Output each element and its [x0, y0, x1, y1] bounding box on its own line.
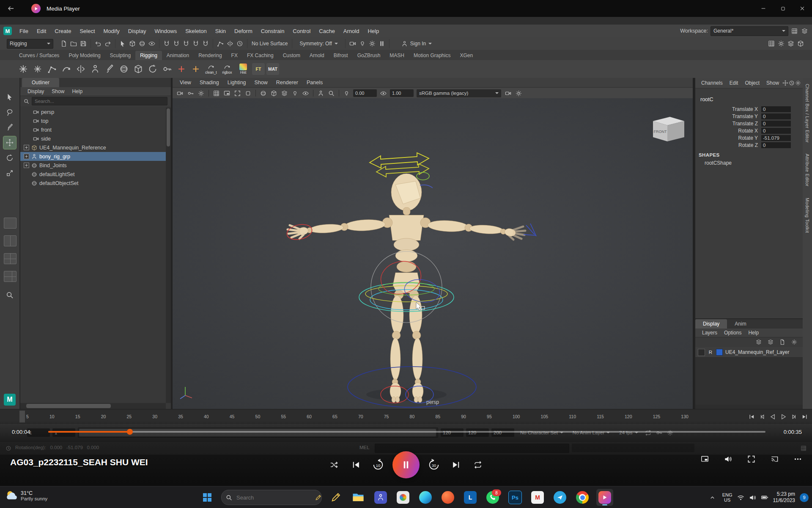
- expand-icon[interactable]: [24, 145, 29, 150]
- channel-row[interactable]: Rotate Y -51.079: [695, 135, 803, 141]
- expand-icon[interactable]: [24, 163, 29, 168]
- scale-tool-button[interactable]: [3, 167, 16, 179]
- gate-mask-icon[interactable]: [243, 89, 253, 97]
- channel-box-menu-item[interactable]: Object: [741, 80, 763, 86]
- channel-row[interactable]: Translate X 0: [695, 106, 803, 113]
- outliner-vertical-scrollbar[interactable]: [166, 108, 171, 403]
- new-layer-selected-icon[interactable]: [766, 338, 775, 346]
- shelf-tab[interactable]: GoZBrush: [353, 51, 385, 60]
- shelf-tab[interactable]: MASH: [385, 51, 409, 60]
- outliner-item-bind-joints[interactable]: Bind_Joints: [20, 161, 166, 170]
- camera-attributes-icon[interactable]: [196, 89, 206, 97]
- menu-item[interactable]: File: [15, 25, 33, 37]
- shelf-tab[interactable]: XGen: [455, 51, 477, 60]
- mat-shelf-button[interactable]: MAT: [266, 63, 279, 75]
- layer-visibility-checkbox[interactable]: [698, 349, 705, 356]
- shelf-tab[interactable]: Custom: [278, 51, 305, 60]
- film-gate-icon[interactable]: [222, 89, 232, 97]
- shelf-tab[interactable]: Bifrost: [329, 51, 353, 60]
- shelf-tab[interactable]: Curves / Surfaces: [14, 51, 64, 60]
- outliner-menu-item[interactable]: Help: [69, 88, 85, 94]
- layer-editor-tab[interactable]: Display: [695, 319, 727, 329]
- modeling-toolkit-toggle-icon[interactable]: [796, 39, 805, 48]
- outliner-item-bony-rig-grp[interactable]: bony_rig_grp: [20, 152, 166, 161]
- view-cube[interactable]: FRONT: [653, 117, 684, 141]
- select-hierarchy-icon[interactable]: [118, 39, 127, 48]
- rotate-control-icon[interactable]: [146, 63, 159, 75]
- rigbox-shelf-button[interactable]: rigbox: [220, 61, 234, 77]
- layer-editor-menu-item[interactable]: Help: [745, 330, 762, 336]
- channel-row[interactable]: Translate Y 0: [695, 113, 803, 120]
- menu-item[interactable]: Create: [50, 25, 75, 37]
- hyperbolic-icon[interactable]: [795, 79, 801, 87]
- fullscreen-button[interactable]: [743, 451, 759, 467]
- new-scene-icon[interactable]: [60, 39, 68, 48]
- pause-button[interactable]: [392, 451, 420, 478]
- layer-editor-menu-item[interactable]: Options: [721, 330, 745, 336]
- start-button[interactable]: [199, 489, 216, 506]
- snap-curve-icon[interactable]: [172, 39, 181, 48]
- workspace-layers-icon[interactable]: [800, 27, 809, 35]
- viewport-menu-item[interactable]: Lighting: [224, 80, 250, 86]
- taskbar-app-pen[interactable]: [327, 489, 344, 506]
- shape-node-name[interactable]: rootCShape: [705, 160, 732, 166]
- side-panel-tab[interactable]: Attribute Editor: [805, 154, 810, 187]
- outliner-menu-item[interactable]: Show: [49, 88, 67, 94]
- next-track-button[interactable]: [448, 457, 464, 472]
- render-icon[interactable]: [348, 39, 357, 48]
- weather-widget[interactable]: 31°C Partly sunny: [5, 489, 47, 502]
- output-connections-icon[interactable]: [226, 39, 234, 48]
- layout-single-pane-button[interactable]: [4, 218, 16, 229]
- viewport-menu-item[interactable]: Shading: [196, 80, 223, 86]
- open-scene-icon[interactable]: [69, 39, 78, 48]
- perspective-viewport[interactable]: ViewShadingLightingShowRendererPanels: [173, 78, 693, 409]
- outliner-layout-button[interactable]: [3, 289, 16, 301]
- channel-box-menu-item[interactable]: Show: [763, 80, 782, 86]
- taskbar-app-photoshop[interactable]: Ps: [507, 489, 524, 506]
- gamma-field[interactable]: 1.00: [390, 89, 414, 97]
- exposure-icon[interactable]: [342, 89, 351, 97]
- layer-editor-tab[interactable]: Anim: [727, 319, 754, 329]
- workspace-grid-icon[interactable]: [790, 27, 798, 35]
- lasso-tool-button[interactable]: [3, 106, 16, 119]
- taskbar-app-teams[interactable]: [372, 489, 389, 506]
- channel-row[interactable]: Translate Z 0: [695, 120, 803, 127]
- channel-row[interactable]: Rotate Z 0: [695, 142, 803, 149]
- lighting-icon[interactable]: [290, 89, 300, 97]
- seek-bar[interactable]: [48, 431, 765, 433]
- constraint-icon[interactable]: [132, 63, 145, 75]
- snap-point-icon[interactable]: [182, 39, 190, 48]
- menu-item[interactable]: Skin: [211, 25, 230, 37]
- shelf-tab[interactable]: Arnold: [305, 51, 329, 60]
- taskbar-app-chrome[interactable]: [574, 489, 591, 506]
- ik-spline-icon[interactable]: [60, 63, 73, 75]
- tool-category-dropdown[interactable]: Rigging: [7, 39, 53, 49]
- new-empty-layer-icon[interactable]: [754, 338, 763, 346]
- viewport-menu-item[interactable]: Renderer: [272, 80, 302, 86]
- menu-item[interactable]: Control: [288, 25, 315, 37]
- shelf-tab[interactable]: Motion Graphics: [409, 51, 455, 60]
- minimize-button[interactable]: [754, 0, 773, 17]
- taskbar-app-linkedin[interactable]: L: [462, 489, 479, 506]
- channel-box-menu-item[interactable]: Channels: [698, 80, 726, 86]
- more-options-button[interactable]: [790, 451, 805, 467]
- layer-editor-menu-item[interactable]: Layers: [699, 330, 721, 336]
- snapshot-icon[interactable]: [503, 89, 513, 97]
- select-tool-button[interactable]: [3, 91, 16, 103]
- mini-player-button[interactable]: [697, 451, 712, 467]
- channel-value-field[interactable]: 0: [761, 142, 791, 148]
- shaded-icon[interactable]: [269, 89, 279, 97]
- layout-four-pane-button[interactable]: [4, 253, 16, 264]
- menu-item[interactable]: Cache: [315, 25, 339, 37]
- add-influence-icon[interactable]: [175, 63, 188, 75]
- taskbar-app-telegram[interactable]: [551, 489, 568, 506]
- viewport-settings-icon[interactable]: [514, 89, 524, 97]
- attribute-editor-toggle-icon[interactable]: [767, 39, 776, 48]
- manipulator-display-icon[interactable]: [782, 79, 789, 87]
- language-indicator[interactable]: ENG US: [722, 492, 732, 502]
- select-object-icon[interactable]: [128, 39, 137, 48]
- outliner-item-front[interactable]: front: [20, 125, 166, 134]
- select-component-icon[interactable]: [138, 39, 146, 48]
- textured-icon[interactable]: [280, 89, 289, 97]
- layout-two-pane-button[interactable]: [4, 235, 16, 246]
